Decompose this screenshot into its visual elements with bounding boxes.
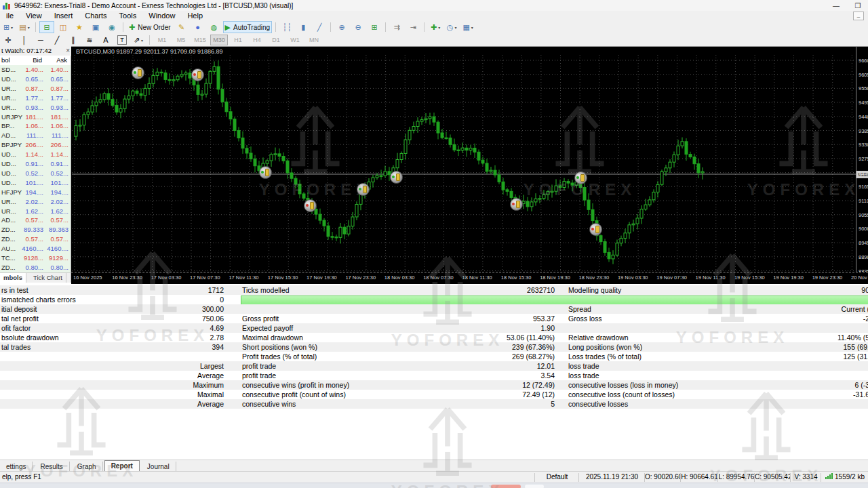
profiles-button[interactable]: ▤▾ bbox=[17, 21, 32, 33]
timeframe-m1[interactable]: M1 bbox=[153, 35, 171, 45]
tester-tab-ettings[interactable]: ettings bbox=[0, 462, 33, 472]
sounds-icon: ◍ bbox=[211, 23, 218, 32]
timeframe-d1[interactable]: D1 bbox=[267, 35, 285, 45]
tester-tab-report[interactable]: Report bbox=[104, 460, 140, 472]
channel-tool[interactable]: ∥ bbox=[66, 34, 81, 46]
navigator-toggle[interactable]: ★ bbox=[72, 21, 87, 33]
menu-item-tools[interactable]: Tools bbox=[113, 12, 143, 20]
market-watch-row[interactable]: UD...0.52...0.52... bbox=[0, 169, 71, 179]
zoom-in-button[interactable]: ⊕ bbox=[334, 21, 349, 33]
report-label: Short positions (won %) bbox=[242, 343, 317, 351]
tile-windows-button[interactable]: ⊞ bbox=[367, 21, 382, 33]
trendline-tool[interactable]: ╱ bbox=[50, 34, 64, 46]
bid-value: 9128... bbox=[20, 254, 43, 262]
experts-button[interactable]: ● bbox=[191, 21, 205, 33]
tester-tab-journal[interactable]: Journal bbox=[141, 462, 176, 472]
menu-item-charts[interactable]: Charts bbox=[79, 12, 113, 20]
market-watch-row[interactable]: UD...101....101.... bbox=[0, 178, 71, 188]
menu-item-ile[interactable]: ile bbox=[0, 12, 20, 20]
market-watch-row[interactable]: AD...111....111.... bbox=[0, 131, 71, 141]
market-watch-row[interactable]: URJPY181....181.... bbox=[0, 113, 71, 123]
market-watch-row[interactable]: HFJPY194....194.... bbox=[0, 188, 71, 198]
timeframe-h4[interactable]: H4 bbox=[248, 35, 266, 45]
market-watch-row[interactable]: UD...1.14...1.14... bbox=[0, 150, 71, 160]
market-watch-row[interactable]: ZD...89.33389.363 bbox=[0, 225, 71, 235]
periods-icon: ◷ bbox=[447, 23, 454, 32]
auto-scroll-toggle[interactable]: ⇉ bbox=[389, 21, 404, 33]
indicators-dropdown[interactable]: ✚▾ bbox=[428, 21, 443, 33]
market-watch-row[interactable]: BPJPY206....206.... bbox=[0, 140, 71, 150]
market-watch-tab-tick-chart[interactable]: Tick Chart bbox=[30, 273, 66, 283]
timeframe-m15[interactable]: M15 bbox=[191, 35, 209, 45]
timeframe-w1[interactable]: W1 bbox=[286, 35, 304, 45]
price-axis[interactable]: 91886.89 9660096050955009495094400938509… bbox=[856, 47, 868, 272]
market-watch-row[interactable]: UD...0.91...0.91... bbox=[0, 159, 71, 169]
market-watch-tab-mbols[interactable]: mbols bbox=[0, 273, 26, 283]
chart-shift-toggle[interactable]: ⇥ bbox=[406, 21, 420, 33]
market-watch-row[interactable]: UR...0.87...0.87... bbox=[0, 84, 71, 94]
market-watch-row[interactable]: ZD...0.57...0.57... bbox=[0, 235, 71, 245]
taskbar-app-indicator[interactable] bbox=[491, 485, 521, 488]
taskbar-app-indicator[interactable] bbox=[525, 485, 544, 488]
market-watch-row[interactable]: UR...1.77...1.77... bbox=[0, 94, 71, 104]
horizontal-line-tool[interactable]: ─ bbox=[33, 34, 48, 46]
templates-dropdown[interactable]: ▦▾ bbox=[460, 21, 475, 33]
timeframe-mn[interactable]: MN bbox=[305, 35, 323, 45]
tester-tab-results[interactable]: Results bbox=[34, 462, 69, 472]
crosshair-icon: ✛ bbox=[5, 36, 11, 45]
market-watch-title: t Watch: 07:17:42 bbox=[1, 47, 52, 54]
market-watch-row[interactable]: UR...2.02...2.02... bbox=[0, 197, 71, 207]
periods-dropdown[interactable]: ◷▾ bbox=[444, 21, 459, 33]
candlestick-mode-button[interactable]: ▮ bbox=[296, 21, 311, 33]
report-label: consecutive wins bbox=[242, 400, 296, 408]
menu-item-view[interactable]: View bbox=[20, 12, 48, 20]
market-watch-row[interactable]: ZD...0.80...0.80... bbox=[0, 263, 71, 273]
market-watch-row[interactable]: UD...0.65...0.65... bbox=[0, 75, 71, 85]
restore-button[interactable]: ❐ bbox=[853, 2, 863, 9]
text-label-tool[interactable]: T bbox=[115, 34, 130, 46]
line-chart-mode-button[interactable]: ╱ bbox=[312, 21, 327, 33]
symbol-name: UR... bbox=[1, 85, 16, 92]
strategy-tester-toggle[interactable]: ◉ bbox=[104, 21, 119, 33]
close-icon[interactable]: × bbox=[66, 46, 70, 55]
buy-dot-icon bbox=[576, 176, 579, 179]
menu-item-window[interactable]: Window bbox=[142, 12, 181, 20]
sounds-button[interactable]: ◍ bbox=[207, 21, 222, 33]
timeframe-h1[interactable]: H1 bbox=[229, 35, 247, 45]
minimize-button[interactable]: — bbox=[831, 2, 841, 9]
metaeditor-icon: ✎ bbox=[178, 23, 184, 32]
market-watch-row[interactable]: UR...1.62...1.62... bbox=[0, 207, 71, 217]
terminal-toggle[interactable]: ▣ bbox=[88, 21, 103, 33]
status-cell: V: 3314 bbox=[790, 473, 821, 482]
menu-item-help[interactable]: Help bbox=[181, 12, 209, 20]
crosshair-tool[interactable]: ✛ bbox=[1, 34, 16, 46]
data-window-toggle[interactable]: ◫ bbox=[56, 21, 71, 33]
market-watch-row[interactable]: AU...4160....4160.... bbox=[0, 244, 71, 254]
fibonacci-tool[interactable]: ≋ bbox=[82, 34, 97, 46]
autotrading-button[interactable]: ▶AutoTrading bbox=[223, 21, 273, 33]
zoom-out-button[interactable]: ⊖ bbox=[351, 21, 366, 33]
chart-area[interactable]: BTCUSD,M30 91897.29 92011.37 91709.09 91… bbox=[71, 46, 868, 283]
market-watch-row[interactable]: TC...9128...9129... bbox=[0, 253, 71, 264]
child-window-minimize-button[interactable]: _ bbox=[853, 12, 864, 20]
market-watch-row[interactable]: BP...1.06...1.06... bbox=[0, 121, 71, 131]
tester-tab-graph[interactable]: Graph bbox=[71, 462, 103, 472]
price-axis-label: 92200 bbox=[859, 170, 868, 176]
bar-chart-mode-button[interactable]: ┆┆ bbox=[279, 21, 294, 33]
metaeditor-button[interactable]: ✎ bbox=[174, 21, 189, 33]
market-watch-toggle[interactable]: ⊟ bbox=[39, 21, 54, 33]
timeframe-m5[interactable]: M5 bbox=[172, 35, 190, 45]
text-tool[interactable]: A bbox=[98, 34, 113, 46]
arrows-tool[interactable]: ⇗▾ bbox=[131, 34, 146, 46]
time-axis[interactable]: 16 Nov 202516 Nov 23:3017 Nov 03:3017 No… bbox=[71, 272, 868, 284]
timeframe-m30[interactable]: M30 bbox=[210, 35, 228, 45]
new-chart-button[interactable]: ⊞▾ bbox=[1, 21, 16, 33]
bid-value: 1.40... bbox=[20, 66, 43, 73]
windows-taskbar-edge[interactable] bbox=[0, 483, 868, 488]
vertical-line-tool[interactable]: │ bbox=[17, 34, 32, 46]
market-watch-row[interactable]: AD...0.57...0.57... bbox=[0, 216, 71, 226]
market-watch-row[interactable]: UR...0.93...0.93... bbox=[0, 103, 71, 113]
menu-item-insert[interactable]: Insert bbox=[48, 12, 79, 20]
market-watch-row[interactable]: SD...1.40...1.40... bbox=[0, 65, 71, 75]
new-order-button[interactable]: ✚New Order bbox=[127, 21, 173, 33]
